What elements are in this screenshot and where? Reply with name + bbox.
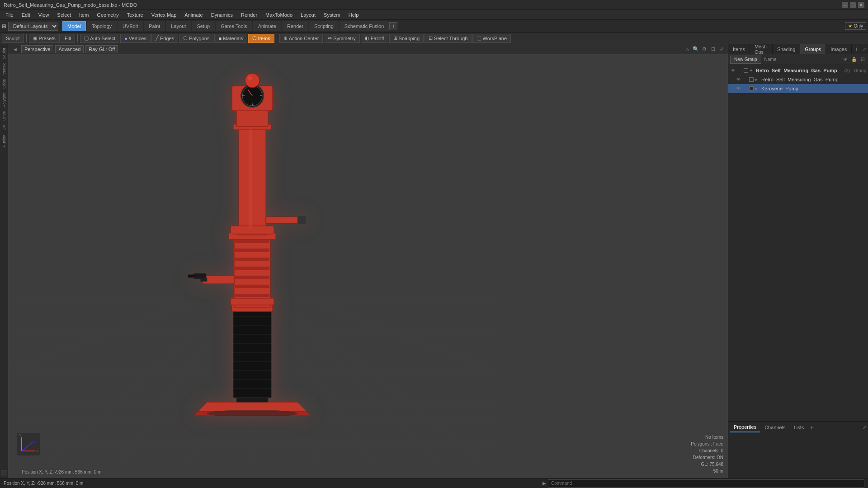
bottom-right-add-button[interactable]: + [810, 424, 813, 431]
menu-texture[interactable]: Texture [123, 10, 147, 20]
expand-arrow-1[interactable]: ▾ [750, 68, 755, 73]
symmetry-button[interactable]: ⇔ Symmetry [324, 34, 360, 43]
tab-setup[interactable]: Setup [192, 21, 215, 31]
edges-button[interactable]: ╱ Edges [151, 34, 178, 43]
menu-item[interactable]: Item [75, 10, 92, 20]
tab-scripting[interactable]: Scripting [309, 21, 339, 31]
workplane-button[interactable]: ⬚ WorkPlane [472, 34, 511, 43]
tab-layout[interactable]: Layout [166, 21, 191, 31]
left-tab-polygon[interactable]: Polygon [1, 91, 7, 109]
menu-animate[interactable]: Animate [181, 10, 206, 20]
presets-button[interactable]: ◉ Presets [29, 34, 60, 43]
expand-arrow-2[interactable]: ▸ [755, 77, 760, 82]
right-panel-expand-button[interactable]: ⤢ [861, 45, 868, 53]
left-tab-vertex[interactable]: Vertex [1, 61, 7, 77]
snapping-button[interactable]: ⊞ Snapping [389, 34, 424, 43]
materials-button[interactable]: ■ Materials [214, 34, 247, 43]
auto-select-button[interactable]: ▢ Auto Select [80, 34, 119, 43]
tab-topology[interactable]: Topology [87, 21, 117, 31]
right-tab-shading[interactable]: Shading [773, 44, 800, 54]
app-title: Retro_Self_Measuring_Gas_Pump_modo_base.… [4, 2, 137, 8]
checkbox-1[interactable] [744, 68, 748, 73]
menu-layout[interactable]: Layout [297, 10, 319, 20]
properties-content [728, 433, 868, 478]
command-input[interactable] [548, 479, 864, 488]
menu-view[interactable]: View [35, 10, 53, 20]
menu-vertex-map[interactable]: Vertex Map [148, 10, 180, 20]
tab-schematic-fusion[interactable]: Schematic Fusion [340, 21, 389, 31]
only-button[interactable]: ★ Only [845, 22, 866, 30]
lists-tab[interactable]: Lists [790, 422, 808, 432]
groups-lock-button[interactable]: 🔒 [850, 56, 858, 63]
svg-text:Y: Y [19, 433, 22, 437]
select-through-button[interactable]: ⊡ Select Through [425, 34, 472, 43]
tab-game-tools[interactable]: Game Tools [216, 21, 252, 31]
viewport-home-button[interactable]: ⌂ [684, 46, 691, 53]
sep2 [77, 34, 78, 42]
falloff-button[interactable]: ◐ Falloff [361, 34, 388, 43]
add-tab-button[interactable]: + [389, 22, 397, 30]
left-tab-sculpt[interactable]: Sculpt [1, 46, 7, 61]
menu-maxtomodo[interactable]: MaxToModo [262, 10, 296, 20]
menu-edit[interactable]: Edit [18, 10, 34, 20]
tab-animate[interactable]: Animate [253, 21, 281, 31]
viewport-3d[interactable]: X Y Z No Items Polygons : Face Channels:… [8, 54, 728, 478]
menu-dynamics[interactable]: Dynamics [208, 10, 236, 20]
layout-select[interactable]: Default Layouts [8, 22, 58, 31]
groups-eye-button[interactable]: 👁 [842, 56, 849, 63]
left-tab-fusion[interactable]: Fusion [1, 133, 7, 149]
sculpt-button[interactable]: Sculpt [2, 34, 24, 43]
close-button[interactable]: ✕ [858, 2, 864, 8]
presets-icon: ◉ [33, 35, 38, 41]
left-tab-uv[interactable]: UV [1, 123, 7, 132]
new-group-button[interactable]: New Group [730, 56, 761, 64]
perspective-label[interactable]: Perspective [21, 45, 53, 53]
group-row-child-2[interactable]: 👁 ▸ Kerosene_Pump [728, 84, 868, 93]
tab-paint[interactable]: Paint [144, 21, 165, 31]
menu-help[interactable]: Help [345, 10, 363, 20]
viewport-settings-button[interactable]: ⚙ [701, 46, 708, 53]
window-controls: ─ □ ✕ [842, 2, 864, 8]
left-tab-drive[interactable]: Drive [1, 109, 7, 122]
tab-model[interactable]: Model [62, 21, 86, 31]
viewport-prev-button[interactable]: ◄ [11, 46, 19, 52]
falloff-icon: ◐ [365, 35, 369, 41]
lock-icon-3 [742, 86, 748, 91]
checkbox-3[interactable] [749, 86, 754, 91]
viewport-maximize-button[interactable]: ⊡ [709, 46, 717, 53]
maximize-button[interactable]: □ [850, 2, 856, 8]
checkbox-2[interactable] [749, 77, 754, 82]
bottom-right-expand-button[interactable]: ⤢ [863, 425, 866, 430]
eye-icon-3: 👁 [736, 86, 741, 91]
fill-button[interactable]: Fill [61, 34, 75, 43]
action-center-button[interactable]: ⊕ Action Center [279, 34, 323, 43]
tab-uvedit[interactable]: UVEdit [118, 21, 143, 31]
group-row-child-1[interactable]: 👁 ▸ Retro_Self_Measuring_Gas_Pump [728, 75, 868, 84]
right-tab-groups[interactable]: Groups [800, 44, 826, 54]
polygons-button[interactable]: ⬡ Polygons [179, 34, 213, 43]
expand-arrow-3[interactable]: ▸ [755, 86, 760, 91]
properties-tab[interactable]: Properties [730, 422, 760, 432]
left-tab-edge[interactable]: Edge [1, 77, 7, 90]
groups-check-button[interactable]: ☑ [859, 56, 866, 63]
group-row-retro-pump[interactable]: 👁 ▾ Retro_Self_Measuring_Gas_Pump (2) : … [728, 66, 868, 75]
menu-system[interactable]: System [320, 10, 344, 20]
minimize-button[interactable]: ─ [842, 2, 848, 8]
menu-geometry[interactable]: Geometry [93, 10, 122, 20]
ray-gl-label[interactable]: Ray GL: Off [85, 45, 118, 53]
items-button[interactable]: ⬡ Items [248, 34, 274, 43]
viewport-expand-button[interactable]: ⤢ [718, 46, 725, 53]
sidebar-expand-button[interactable] [1, 470, 7, 476]
right-tab-images[interactable]: Images [826, 44, 852, 54]
right-tab-items[interactable]: Items [728, 44, 750, 54]
right-tab-add-button[interactable]: + [852, 44, 861, 54]
menu-select[interactable]: Select [53, 10, 75, 20]
tab-render[interactable]: Render [282, 21, 308, 31]
vertices-button[interactable]: ● Vertices [120, 34, 151, 43]
channels-tab[interactable]: Channels [761, 422, 789, 432]
viewport-search-button[interactable]: 🔍 [692, 46, 699, 53]
advanced-label[interactable]: Advanced [55, 45, 84, 53]
menu-file[interactable]: File [2, 10, 17, 20]
menu-render[interactable]: Render [237, 10, 261, 20]
right-tab-mesh-ops[interactable]: Mesh Ops [750, 44, 773, 54]
